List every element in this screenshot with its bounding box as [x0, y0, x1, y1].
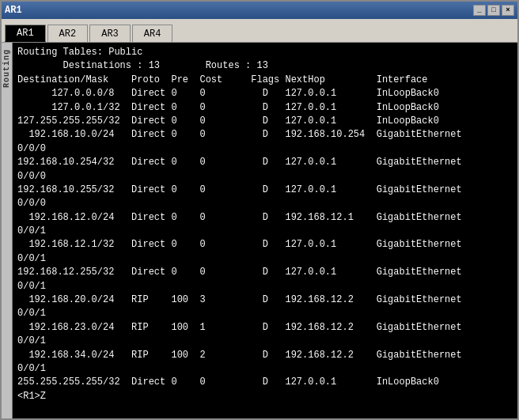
- terminal-line: 127.255.255.255/32 Direct 0 0 D 127.0.0.…: [17, 115, 513, 128]
- side-strip: Routing: [2, 43, 13, 418]
- terminal-line: Destinations : 13 Routes : 13: [17, 59, 513, 73]
- title-bar-left: AR1: [5, 5, 22, 16]
- terminal-line: 0/0/1: [17, 252, 513, 266]
- terminal-line: 0/0/1: [17, 225, 513, 238]
- terminal-line: 0/0/1: [17, 307, 513, 320]
- terminal-line: 192.168.12.1/32 Direct 0 0 D 127.0.0.1 G…: [17, 238, 513, 252]
- tab-ar3[interactable]: AR3: [89, 25, 131, 42]
- title-bar-controls: _ □ ×: [473, 5, 514, 16]
- terminal-line: 192.168.20.0/24 RIP 100 3 D 192.168.12.2…: [17, 293, 513, 307]
- maximize-button[interactable]: □: [487, 5, 500, 16]
- side-strip-label: Routing: [2, 49, 11, 88]
- window-title: AR1: [5, 5, 22, 16]
- terminal-line: <R1>Z: [17, 390, 513, 403]
- tab-ar4[interactable]: AR4: [132, 25, 173, 42]
- terminal-line: 192.168.10.254/32 Direct 0 0 D 127.0.0.1…: [17, 156, 513, 169]
- tab-ar2[interactable]: AR2: [47, 25, 89, 42]
- terminal-line: 127.0.0.0/8 Direct 0 0 D 127.0.0.1 InLoo…: [17, 87, 513, 100]
- terminal-line: 127.0.0.1/32 Direct 0 0 D 127.0.0.1 InLo…: [17, 101, 513, 115]
- terminal-line: 0/0/1: [17, 280, 513, 293]
- terminal-line: 0/0/1: [17, 362, 513, 376]
- close-button[interactable]: ×: [502, 5, 514, 16]
- terminal-line: Destination/Mask Proto Pre Cost Flags Ne…: [17, 74, 513, 87]
- terminal-line: 192.168.10.0/24 Direct 0 0 D 192.168.10.…: [17, 128, 513, 142]
- terminal-line: Routing Tables: Public: [17, 46, 513, 59]
- terminal-line: 192.168.23.0/24 RIP 100 1 D 192.168.12.2…: [17, 321, 513, 335]
- terminal-line: 192.168.12.0/24 Direct 0 0 D 192.168.12.…: [17, 211, 513, 225]
- terminal[interactable]: Routing Tables: Public Destinations : 13…: [13, 43, 517, 418]
- terminal-line: 0/0/0: [17, 197, 513, 210]
- tab-ar1[interactable]: AR1: [5, 25, 46, 42]
- terminal-line: 192.168.10.255/32 Direct 0 0 D 127.0.0.1…: [17, 184, 513, 197]
- title-bar: AR1 _ □ ×: [2, 2, 517, 19]
- terminal-line: 0/0/0: [17, 170, 513, 184]
- terminal-line: 192.168.12.255/32 Direct 0 0 D 127.0.0.1…: [17, 266, 513, 279]
- terminal-line: 255.255.255.255/32 Direct 0 0 D 127.0.0.…: [17, 376, 513, 389]
- terminal-line: 192.168.34.0/24 RIP 100 2 D 192.168.12.2…: [17, 349, 513, 362]
- main-content: Routing Routing Tables: Public Destinati…: [2, 43, 517, 418]
- tabs-bar: AR1 AR2 AR3 AR4: [2, 19, 517, 43]
- terminal-line: 0/0/1: [17, 335, 513, 348]
- terminal-line: 0/0/0: [17, 142, 513, 156]
- minimize-button[interactable]: _: [473, 5, 486, 16]
- main-window: AR1 _ □ × AR1 AR2 AR3 AR4 Routing Routin…: [0, 0, 519, 420]
